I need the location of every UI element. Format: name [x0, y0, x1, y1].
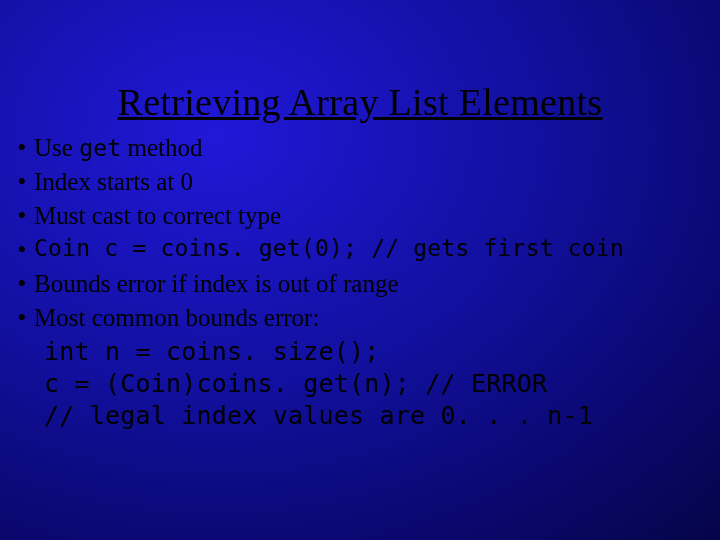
bullet-item: • Use get method — [10, 132, 720, 164]
bullet-dot-icon: • — [10, 166, 34, 198]
bullet-item: • Coin c = coins. get(0); // gets first … — [10, 234, 720, 266]
bullet-text: Bounds error if index is out of range — [34, 268, 720, 300]
inline-code: get — [79, 135, 121, 161]
bullet-dot-icon: • — [10, 234, 34, 266]
bullet-dot-icon: • — [10, 268, 34, 300]
code-line: int n = coins. size(); — [10, 336, 720, 368]
bullet-dot-icon: • — [10, 200, 34, 232]
bullet-dot-icon: • — [10, 132, 34, 164]
code-line: Coin c = coins. get(0); // gets first co… — [34, 234, 720, 263]
bullet-text: Must cast to correct type — [34, 200, 720, 232]
bullet-item: • Index starts at 0 — [10, 166, 720, 198]
slide: Retrieving Array List Elements • Use get… — [0, 0, 720, 540]
code-line: c = (Coin)coins. get(n); // ERROR — [10, 368, 720, 400]
bullet-text: Most common bounds error: — [34, 302, 720, 334]
bullet-item: • Most common bounds error: — [10, 302, 720, 334]
slide-title: Retrieving Array List Elements — [0, 0, 720, 132]
bullet-dot-icon: • — [10, 302, 34, 334]
bullet-text: Index starts at 0 — [34, 166, 720, 198]
bullet-item: • Must cast to correct type — [10, 200, 720, 232]
bullet-list: • Use get method • Index starts at 0 • M… — [0, 132, 720, 432]
code-line: // legal index values are 0. . . n-1 — [10, 400, 720, 432]
bullet-text: Use get method — [34, 132, 720, 164]
bullet-item: • Bounds error if index is out of range — [10, 268, 720, 300]
